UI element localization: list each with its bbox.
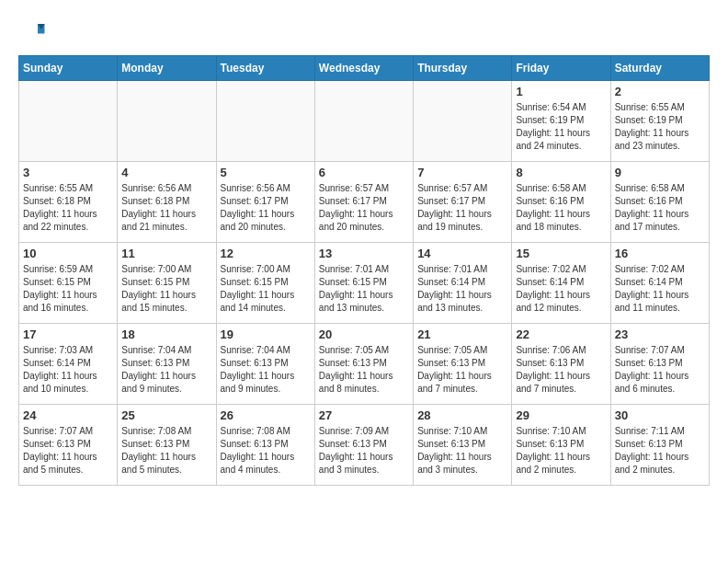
day-cell-1: 1Sunrise: 6:54 AM Sunset: 6:19 PM Daylig… xyxy=(512,81,610,162)
day-cell-11: 11Sunrise: 7:00 AM Sunset: 6:15 PM Dayli… xyxy=(118,243,216,324)
day-number-9: 9 xyxy=(615,166,705,179)
day-info-2: Sunrise: 6:55 AM Sunset: 6:19 PM Dayligh… xyxy=(615,101,705,153)
day-number-10: 10 xyxy=(23,247,113,260)
day-info-20: Sunrise: 7:05 AM Sunset: 6:13 PM Dayligh… xyxy=(319,344,409,396)
day-header-saturday: Saturday xyxy=(610,56,709,81)
day-info-19: Sunrise: 7:04 AM Sunset: 6:13 PM Dayligh… xyxy=(221,344,311,396)
empty-cell xyxy=(118,81,216,162)
day-header-monday: Monday xyxy=(118,56,216,81)
day-info-18: Sunrise: 7:04 AM Sunset: 6:13 PM Dayligh… xyxy=(121,344,211,396)
empty-cell xyxy=(19,81,118,162)
day-header-thursday: Thursday xyxy=(414,56,512,81)
day-info-27: Sunrise: 7:09 AM Sunset: 6:13 PM Dayligh… xyxy=(319,425,409,477)
day-number-6: 6 xyxy=(319,166,409,179)
calendar-header: SundayMondayTuesdayWednesdayThursdayFrid… xyxy=(19,56,710,81)
week-row-4: 17Sunrise: 7:03 AM Sunset: 6:14 PM Dayli… xyxy=(19,324,710,405)
day-number-12: 12 xyxy=(221,247,311,260)
day-cell-21: 21Sunrise: 7:05 AM Sunset: 6:13 PM Dayli… xyxy=(414,324,512,405)
day-number-14: 14 xyxy=(417,247,507,260)
day-cell-6: 6Sunrise: 6:57 AM Sunset: 6:17 PM Daylig… xyxy=(314,162,413,243)
day-number-30: 30 xyxy=(615,408,705,422)
day-number-13: 13 xyxy=(319,247,409,260)
day-info-16: Sunrise: 7:02 AM Sunset: 6:14 PM Dayligh… xyxy=(615,263,705,315)
day-cell-29: 29Sunrise: 7:10 AM Sunset: 6:13 PM Dayli… xyxy=(512,405,610,486)
day-info-8: Sunrise: 6:58 AM Sunset: 6:16 PM Dayligh… xyxy=(516,182,606,234)
day-cell-23: 23Sunrise: 7:07 AM Sunset: 6:13 PM Dayli… xyxy=(610,324,709,405)
day-header-tuesday: Tuesday xyxy=(216,56,314,81)
day-cell-19: 19Sunrise: 7:04 AM Sunset: 6:13 PM Dayli… xyxy=(216,324,314,405)
day-number-29: 29 xyxy=(516,408,606,422)
day-cell-20: 20Sunrise: 7:05 AM Sunset: 6:13 PM Dayli… xyxy=(314,324,413,405)
day-number-28: 28 xyxy=(417,408,507,422)
day-cell-9: 9Sunrise: 6:58 AM Sunset: 6:16 PM Daylig… xyxy=(610,162,709,243)
day-info-5: Sunrise: 6:56 AM Sunset: 6:17 PM Dayligh… xyxy=(221,182,311,234)
day-cell-2: 2Sunrise: 6:55 AM Sunset: 6:19 PM Daylig… xyxy=(610,81,709,162)
day-cell-24: 24Sunrise: 7:07 AM Sunset: 6:13 PM Dayli… xyxy=(19,405,118,486)
day-info-13: Sunrise: 7:01 AM Sunset: 6:15 PM Dayligh… xyxy=(319,263,409,315)
day-cell-28: 28Sunrise: 7:10 AM Sunset: 6:13 PM Dayli… xyxy=(414,405,512,486)
day-number-8: 8 xyxy=(516,166,606,179)
week-row-2: 3Sunrise: 6:55 AM Sunset: 6:18 PM Daylig… xyxy=(19,162,710,243)
week-row-1: 1Sunrise: 6:54 AM Sunset: 6:19 PM Daylig… xyxy=(19,81,710,162)
day-cell-8: 8Sunrise: 6:58 AM Sunset: 6:16 PM Daylig… xyxy=(512,162,610,243)
day-info-26: Sunrise: 7:08 AM Sunset: 6:13 PM Dayligh… xyxy=(221,425,311,477)
week-row-5: 24Sunrise: 7:07 AM Sunset: 6:13 PM Dayli… xyxy=(19,405,710,486)
day-info-3: Sunrise: 6:55 AM Sunset: 6:18 PM Dayligh… xyxy=(23,182,113,234)
day-cell-3: 3Sunrise: 6:55 AM Sunset: 6:18 PM Daylig… xyxy=(19,162,118,243)
calendar-body: 1Sunrise: 6:54 AM Sunset: 6:19 PM Daylig… xyxy=(19,81,710,486)
day-info-17: Sunrise: 7:03 AM Sunset: 6:14 PM Dayligh… xyxy=(23,344,113,396)
calendar-table: SundayMondayTuesdayWednesdayThursdayFrid… xyxy=(18,55,710,486)
day-info-29: Sunrise: 7:10 AM Sunset: 6:13 PM Dayligh… xyxy=(516,425,606,477)
day-number-7: 7 xyxy=(417,166,507,179)
day-info-30: Sunrise: 7:11 AM Sunset: 6:13 PM Dayligh… xyxy=(615,425,705,477)
day-cell-5: 5Sunrise: 6:56 AM Sunset: 6:17 PM Daylig… xyxy=(216,162,314,243)
day-number-4: 4 xyxy=(121,166,211,179)
day-cell-22: 22Sunrise: 7:06 AM Sunset: 6:13 PM Dayli… xyxy=(512,324,610,405)
day-header-wednesday: Wednesday xyxy=(314,56,413,81)
empty-cell xyxy=(216,81,314,162)
day-number-16: 16 xyxy=(615,247,705,260)
day-number-23: 23 xyxy=(615,327,705,341)
week-row-3: 10Sunrise: 6:59 AM Sunset: 6:15 PM Dayli… xyxy=(19,243,710,324)
day-info-21: Sunrise: 7:05 AM Sunset: 6:13 PM Dayligh… xyxy=(417,344,507,396)
day-number-27: 27 xyxy=(319,408,409,422)
day-info-4: Sunrise: 6:56 AM Sunset: 6:18 PM Dayligh… xyxy=(121,182,211,234)
day-info-28: Sunrise: 7:10 AM Sunset: 6:13 PM Dayligh… xyxy=(417,425,507,477)
day-header-friday: Friday xyxy=(512,56,610,81)
logo-icon xyxy=(18,18,46,46)
day-cell-17: 17Sunrise: 7:03 AM Sunset: 6:14 PM Dayli… xyxy=(19,324,118,405)
day-number-24: 24 xyxy=(23,408,113,422)
day-info-1: Sunrise: 6:54 AM Sunset: 6:19 PM Dayligh… xyxy=(516,101,606,153)
day-info-25: Sunrise: 7:08 AM Sunset: 6:13 PM Dayligh… xyxy=(121,425,211,477)
day-cell-16: 16Sunrise: 7:02 AM Sunset: 6:14 PM Dayli… xyxy=(610,243,709,324)
day-cell-30: 30Sunrise: 7:11 AM Sunset: 6:13 PM Dayli… xyxy=(610,405,709,486)
day-info-23: Sunrise: 7:07 AM Sunset: 6:13 PM Dayligh… xyxy=(615,344,705,396)
day-info-9: Sunrise: 6:58 AM Sunset: 6:16 PM Dayligh… xyxy=(615,182,705,234)
day-number-22: 22 xyxy=(516,327,606,341)
day-info-15: Sunrise: 7:02 AM Sunset: 6:14 PM Dayligh… xyxy=(516,263,606,315)
day-info-12: Sunrise: 7:00 AM Sunset: 6:15 PM Dayligh… xyxy=(221,263,311,315)
day-number-17: 17 xyxy=(23,327,113,341)
day-cell-13: 13Sunrise: 7:01 AM Sunset: 6:15 PM Dayli… xyxy=(314,243,413,324)
day-number-26: 26 xyxy=(221,408,311,422)
day-cell-10: 10Sunrise: 6:59 AM Sunset: 6:15 PM Dayli… xyxy=(19,243,118,324)
days-of-week-row: SundayMondayTuesdayWednesdayThursdayFrid… xyxy=(19,56,710,81)
day-info-24: Sunrise: 7:07 AM Sunset: 6:13 PM Dayligh… xyxy=(23,425,113,477)
day-info-14: Sunrise: 7:01 AM Sunset: 6:14 PM Dayligh… xyxy=(417,263,507,315)
empty-cell xyxy=(414,81,512,162)
logo xyxy=(18,18,51,46)
day-number-21: 21 xyxy=(417,327,507,341)
day-cell-12: 12Sunrise: 7:00 AM Sunset: 6:15 PM Dayli… xyxy=(216,243,314,324)
day-number-2: 2 xyxy=(615,85,705,98)
day-number-25: 25 xyxy=(121,408,211,422)
day-cell-14: 14Sunrise: 7:01 AM Sunset: 6:14 PM Dayli… xyxy=(414,243,512,324)
day-cell-4: 4Sunrise: 6:56 AM Sunset: 6:18 PM Daylig… xyxy=(118,162,216,243)
day-info-10: Sunrise: 6:59 AM Sunset: 6:15 PM Dayligh… xyxy=(23,263,113,315)
day-header-sunday: Sunday xyxy=(19,56,118,81)
day-number-11: 11 xyxy=(121,247,211,260)
day-info-11: Sunrise: 7:00 AM Sunset: 6:15 PM Dayligh… xyxy=(121,263,211,315)
day-number-5: 5 xyxy=(221,166,311,179)
day-number-1: 1 xyxy=(516,85,606,98)
day-number-15: 15 xyxy=(516,247,606,260)
day-number-20: 20 xyxy=(319,327,409,341)
